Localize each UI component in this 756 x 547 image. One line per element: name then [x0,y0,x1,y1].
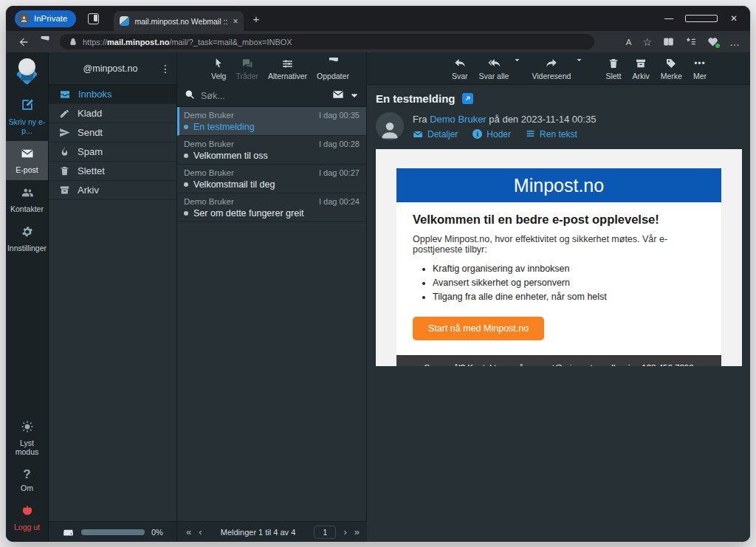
app-logo-icon[interactable] [13,58,42,86]
minimize-button[interactable]: — [653,6,685,31]
taskmenu-item-epost[interactable]: E-post [6,141,48,180]
compose-button[interactable]: Skriv ny e-p... [6,92,48,141]
next-page-button[interactable]: › [343,526,346,537]
folder-item-arkiv[interactable]: Arkiv [49,181,176,200]
email-bullet: Kraftig organisering av innboksen [433,264,705,274]
prev-page-button[interactable]: ‹ [199,526,202,537]
read-aloud-icon[interactable]: A [626,38,632,47]
unread-dot [184,211,188,216]
mail-toolbar: Svar Svar alle Videresend Slett [367,52,750,85]
message-row[interactable]: Demo BrukerI dag 00:24 Ser om dette fung… [177,193,366,222]
lock-icon [69,38,78,47]
inprivate-label: InPrivate [34,14,67,23]
folder-item-spam[interactable]: Spam [49,142,176,162]
email-bullet: Tilgang fra alle dine enheter, når som h… [433,292,705,302]
message-row[interactable]: Demo BrukerI dag 00:35 En testmelding [177,107,366,136]
settings-menu-icon[interactable]: … [729,36,740,48]
favorite-star-icon[interactable]: ☆ [642,36,652,48]
unread-dot [184,125,188,129]
plaintext-link[interactable]: Ren tekst [526,129,577,140]
email-footer: Spørsmål? Kontakt oss på support@minpost… [396,355,721,366]
archive-icon [59,185,70,196]
refresh-icon[interactable] [39,36,50,47]
new-tab-button[interactable]: + [252,13,259,25]
email-bullet: Avansert sikkerhet og personvern [433,278,705,288]
collections-icon[interactable] [685,36,696,47]
help-icon: ? [23,468,30,481]
reply-all-dropdown-icon[interactable] [514,57,520,70]
folder-item-kladd[interactable]: Kladd [49,104,176,123]
maximize-button[interactable] [685,6,718,31]
tab-activity-icon[interactable] [88,13,99,24]
mark-button[interactable]: Merke [661,57,682,80]
compose-icon [20,97,35,115]
cursor-icon [213,57,224,70]
reply-button[interactable]: Svar [452,57,468,80]
kebab-menu-icon[interactable]: ⋮ [160,63,171,75]
headers-link[interactable]: i Hoder [472,129,511,140]
trash-icon [59,165,70,176]
archive-button[interactable]: Arkiv [632,57,649,80]
search-options-chevron-icon[interactable] [350,89,359,103]
mail-icon [21,147,34,163]
threads-button[interactable]: Tråder [236,57,258,80]
search-input[interactable] [201,91,326,101]
more-button[interactable]: ••• Mer [693,57,707,80]
email-cta-button[interactable]: Start nå med Minpost.no [413,317,544,340]
inbox-icon [59,89,71,100]
tab-title: mail.minpost.no Webmail :: Innb [134,17,227,26]
first-page-button[interactable]: « [186,526,191,537]
quota-percent: 0% [151,528,163,537]
reply-icon [453,57,467,70]
reply-all-icon [487,57,501,70]
tab-close-button[interactable]: × [233,16,238,27]
taskmenu-item-innstillinger[interactable]: Innstillinger [6,219,48,258]
power-icon [21,504,34,520]
reply-all-button[interactable]: Svar alle [479,57,509,80]
email-brand-banner: Minpost.no [396,168,721,202]
account-header[interactable]: @minpost.no ⋮ [49,52,176,85]
last-page-button[interactable]: » [354,526,360,537]
back-icon[interactable] [18,36,30,48]
search-icon [185,89,195,103]
folder-item-innboks[interactable]: Innboks [49,85,176,104]
logout-button[interactable]: Logg ut [6,498,48,537]
options-button[interactable]: Alternativer [268,57,307,80]
select-button[interactable]: Velg [211,57,226,80]
active-tab[interactable]: mail.minpost.no Webmail :: Innb × [114,11,244,31]
taskmenu-item-om[interactable]: ? Om [6,462,48,498]
split-screen-icon[interactable] [663,36,674,47]
message-row[interactable]: Demo BrukerI dag 00:27 Velkomstmail til … [177,165,366,193]
message-subject: En testmelding [376,92,456,105]
close-button[interactable]: ✕ [718,6,750,31]
inprivate-badge[interactable]: InPrivate [15,10,76,27]
details-link[interactable]: Detaljer [413,129,458,140]
sun-icon [21,420,34,436]
message-row[interactable]: Demo BrukerI dag 00:28 Velkommen til oss [177,136,366,165]
sender-link[interactable]: Demo Bruker [430,114,487,125]
forward-button[interactable]: Videresend [532,57,571,80]
threads-icon [241,57,253,70]
address-bar[interactable]: https://mail.minpost.no/mail/?_task=mail… [60,34,594,49]
navbar-actions: A ☆ … [626,36,740,48]
browser-essentials-icon[interactable] [707,36,718,47]
quota-progress-bar [81,529,145,535]
search-scope-envelope-icon[interactable] [332,89,344,103]
refresh-list-button[interactable]: Oppdater [317,57,349,80]
mail-view: En testmelding Fra Demo Bruker på den 20… [367,85,750,542]
open-in-new-window-icon[interactable] [462,93,473,104]
browser-window: InPrivate mail.minpost.no Webmail :: Inn… [6,6,750,542]
delete-button[interactable]: Slett [605,57,621,80]
taskmenu-item-lyst-modus[interactable]: Lyst modus [6,414,48,462]
unread-dot [184,154,188,158]
contacts-icon [21,186,34,202]
folder-item-slettet[interactable]: Slettet [49,162,176,181]
forward-dropdown-icon[interactable] [576,57,583,70]
status-bar: 0% « ‹ Meldinger 1 til 4 av 4 › » [49,521,367,542]
email-heading: Velkommen til en bedre e-post opplevelse… [413,213,705,227]
page-number-input[interactable] [314,526,336,539]
refresh-list-icon [327,57,339,70]
folder-item-sendt[interactable]: Sendt [49,123,176,142]
email-bullet-list: Kraftig organisering av innboksen Avanse… [433,264,705,302]
taskmenu-item-kontakter[interactable]: Kontakter [6,180,48,219]
